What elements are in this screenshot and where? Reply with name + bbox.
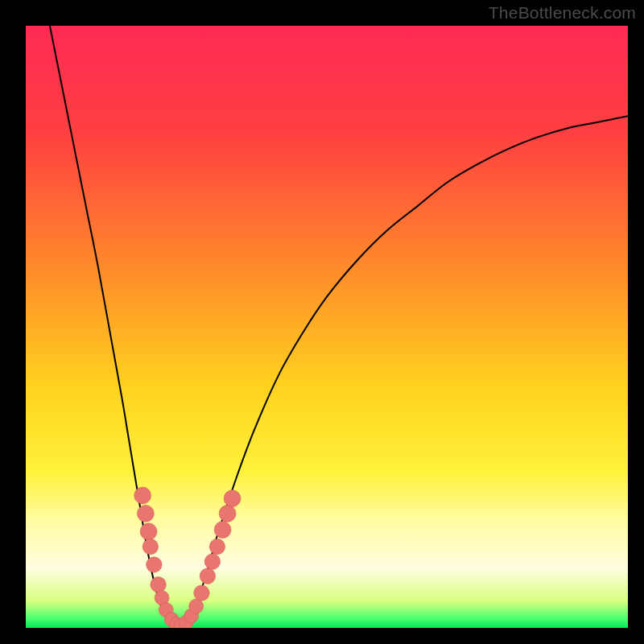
- marker-dot: [204, 554, 220, 569]
- marker-dot: [189, 599, 204, 613]
- marker-dot: [147, 557, 162, 572]
- marker-dot: [134, 487, 151, 504]
- plot-area: [26, 26, 628, 628]
- marker-dot: [194, 585, 209, 601]
- chart-svg: [26, 26, 628, 628]
- marker-dot: [209, 539, 225, 554]
- marker-dot: [140, 523, 157, 540]
- marker-dot: [219, 505, 236, 522]
- marker-dot: [200, 568, 215, 584]
- marker-dot: [137, 505, 154, 522]
- chart-frame: TheBottleneck.com: [0, 0, 644, 644]
- marker-dot: [224, 490, 241, 507]
- marker-dot: [214, 522, 231, 539]
- marker-dot: [151, 576, 166, 592]
- gradient-background: [26, 26, 628, 628]
- watermark-text: TheBottleneck.com: [489, 3, 636, 23]
- marker-dot: [142, 539, 158, 554]
